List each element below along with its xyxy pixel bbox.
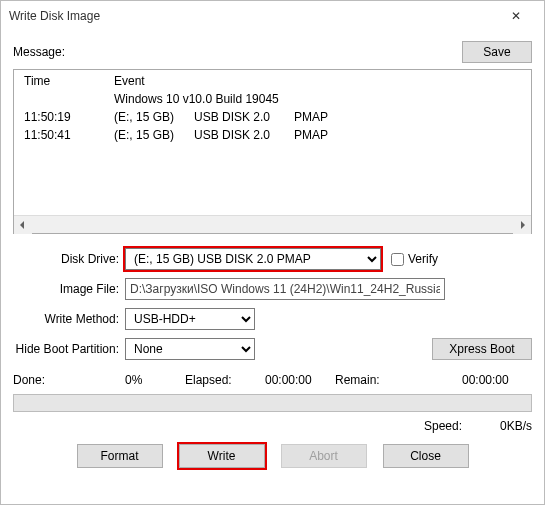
remain-value: 00:00:00	[462, 373, 532, 387]
disk-drive-label: Disk Drive:	[13, 252, 125, 266]
done-label: Done:	[13, 373, 125, 387]
table-row: 11:50:19 (E:, 15 GB) USB DISK 2.0 PMAP	[24, 108, 521, 126]
image-file-field[interactable]	[125, 278, 445, 300]
message-label: Message:	[13, 45, 458, 59]
done-value: 0%	[125, 373, 185, 387]
horizontal-scrollbar[interactable]	[14, 215, 531, 233]
table-row: Windows 10 v10.0 Build 19045	[24, 90, 521, 108]
event-col-event: Event	[114, 74, 521, 88]
save-button[interactable]: Save	[462, 41, 532, 63]
event-col-time: Time	[24, 74, 114, 88]
content-area: Message: Save Time Event Windows 10 v10.…	[1, 31, 544, 504]
form-area: Disk Drive: (E:, 15 GB) USB DISK 2.0 PMA…	[13, 244, 532, 468]
verify-label: Verify	[408, 252, 438, 266]
abort-button[interactable]: Abort	[281, 444, 367, 468]
table-row: 11:50:41 (E:, 15 GB) USB DISK 2.0 PMAP	[24, 126, 521, 144]
hide-boot-select[interactable]: None	[125, 338, 255, 360]
speed-label: Speed:	[402, 419, 462, 433]
image-file-label: Image File:	[13, 282, 125, 296]
progress-bar	[13, 394, 532, 412]
hide-boot-label: Hide Boot Partition:	[13, 342, 125, 356]
event-log: Time Event Windows 10 v10.0 Build 19045 …	[13, 69, 532, 234]
close-icon[interactable]: ✕	[496, 1, 536, 31]
hide-boot-row: Hide Boot Partition: None Xpress Boot	[13, 334, 532, 364]
image-file-row: Image File:	[13, 274, 532, 304]
event-body: Windows 10 v10.0 Build 19045 11:50:19 (E…	[14, 90, 531, 215]
speed-value: 0KB/s	[462, 419, 532, 433]
event-header: Time Event	[14, 70, 531, 90]
write-method-label: Write Method:	[13, 312, 125, 326]
bottom-buttons: Format Write Abort Close	[13, 444, 532, 468]
xpress-boot-button[interactable]: Xpress Boot	[432, 338, 532, 360]
message-row: Message: Save	[13, 39, 532, 65]
format-button[interactable]: Format	[77, 444, 163, 468]
elapsed-value: 00:00:00	[265, 373, 335, 387]
verify-checkbox-wrap: Verify	[391, 252, 438, 266]
window-title: Write Disk Image	[9, 9, 496, 23]
close-button[interactable]: Close	[383, 444, 469, 468]
disk-drive-row: Disk Drive: (E:, 15 GB) USB DISK 2.0 PMA…	[13, 244, 532, 274]
write-button[interactable]: Write	[179, 444, 265, 468]
remain-label: Remain:	[335, 373, 462, 387]
scroll-left-icon[interactable]	[14, 216, 32, 234]
write-method-select[interactable]: USB-HDD+	[125, 308, 255, 330]
elapsed-label: Elapsed:	[185, 373, 265, 387]
speed-row: Speed: 0KB/s	[13, 412, 532, 440]
disk-drive-select[interactable]: (E:, 15 GB) USB DISK 2.0 PMAP	[125, 248, 381, 270]
verify-checkbox[interactable]	[391, 253, 404, 266]
titlebar: Write Disk Image ✕	[1, 1, 544, 31]
write-method-row: Write Method: USB-HDD+	[13, 304, 532, 334]
stats-row: Done: 0% Elapsed: 00:00:00 Remain: 00:00…	[13, 368, 532, 392]
scroll-right-icon[interactable]	[513, 216, 531, 234]
write-disk-image-window: Write Disk Image ✕ Message: Save Time Ev…	[0, 0, 545, 505]
